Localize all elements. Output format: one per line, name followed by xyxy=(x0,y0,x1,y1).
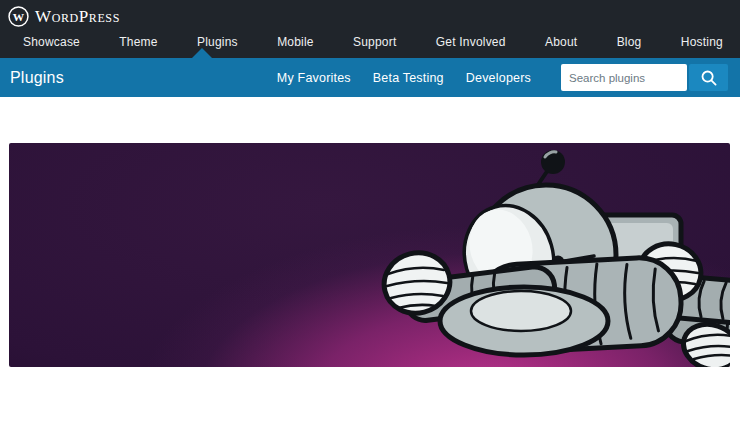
nav-item-about[interactable]: About xyxy=(545,35,577,49)
svg-text:W: W xyxy=(13,11,25,23)
nav-item-theme[interactable]: Theme xyxy=(119,35,157,49)
plugin-search-form xyxy=(561,64,728,91)
toolbar-actions: My Favorites Beta Testing Developers xyxy=(277,64,728,91)
nav-item-blog[interactable]: Blog xyxy=(617,35,642,49)
primary-nav: Showcase Theme Plugins Mobile Support Ge… xyxy=(0,28,740,49)
plugins-hero-banner xyxy=(9,143,730,367)
search-icon xyxy=(700,69,718,87)
my-favorites-link[interactable]: My Favorites xyxy=(277,71,351,85)
nav-item-mobile[interactable]: Mobile xyxy=(277,35,314,49)
page-title: Plugins xyxy=(10,69,64,87)
developers-link[interactable]: Developers xyxy=(466,71,531,85)
search-input[interactable] xyxy=(561,64,687,91)
plugins-toolbar: Plugins My Favorites Beta Testing Develo… xyxy=(0,58,740,97)
wordpress-logo-icon: W xyxy=(8,6,29,27)
antenna-ball xyxy=(541,150,565,174)
nav-item-support[interactable]: Support xyxy=(353,35,396,49)
site-header: W WordPress Showcase Theme Plugins Mobil… xyxy=(0,0,740,58)
active-tab-indicator xyxy=(192,48,212,58)
logo-wordmark: WordPress xyxy=(35,8,120,25)
nav-item-get-involved[interactable]: Get Involved xyxy=(436,35,506,49)
nav-item-hosting[interactable]: Hosting xyxy=(681,35,723,49)
logo[interactable]: W WordPress xyxy=(0,0,740,28)
beta-testing-link[interactable]: Beta Testing xyxy=(373,71,444,85)
search-button[interactable] xyxy=(689,64,728,91)
nav-item-showcase[interactable]: Showcase xyxy=(23,35,80,49)
nav-item-plugins[interactable]: Plugins xyxy=(197,35,238,49)
robot-astronaut-illustration xyxy=(9,143,730,367)
